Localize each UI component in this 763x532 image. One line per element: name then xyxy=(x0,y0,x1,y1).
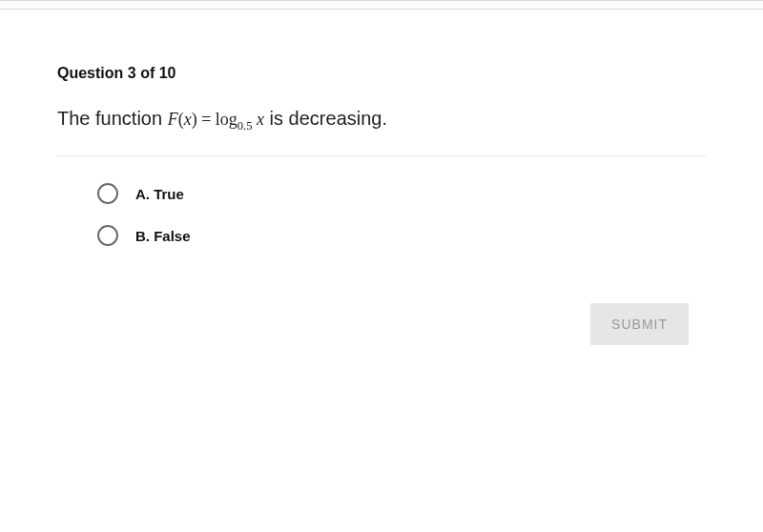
top-border-lines xyxy=(0,0,763,10)
option-text: False xyxy=(154,228,190,244)
question-text: The function F(x) = log0.5 x is decreasi… xyxy=(57,105,706,134)
formula-eq: = xyxy=(197,110,216,129)
formula-fn: F xyxy=(168,110,178,129)
option-letter: B. xyxy=(135,228,150,244)
option-a[interactable]: A. True xyxy=(97,183,706,204)
radio-icon xyxy=(97,225,118,246)
formula-var-x2: x xyxy=(257,110,264,129)
option-letter: A. xyxy=(135,186,150,202)
question-card: Question 3 of 10 The function F(x) = log… xyxy=(0,10,763,345)
submit-row: SUBMIT xyxy=(57,303,706,345)
options-group: A. True B. False xyxy=(57,183,706,246)
radio-icon xyxy=(97,183,118,204)
option-text: True xyxy=(154,186,184,202)
question-suffix: is decreasing. xyxy=(264,108,387,129)
option-label: A. True xyxy=(135,186,184,202)
divider xyxy=(57,155,706,156)
question-prefix: The function xyxy=(57,108,168,129)
formula: F(x) = log0.5 x xyxy=(168,110,264,129)
option-b[interactable]: B. False xyxy=(97,225,706,246)
formula-var-x1: x xyxy=(184,110,192,129)
option-label: B. False xyxy=(135,228,191,244)
submit-button[interactable]: SUBMIT xyxy=(590,303,689,345)
formula-log: log xyxy=(216,110,237,129)
question-number: Question 3 of 10 xyxy=(57,65,706,82)
formula-base: 0.5 xyxy=(237,119,253,133)
